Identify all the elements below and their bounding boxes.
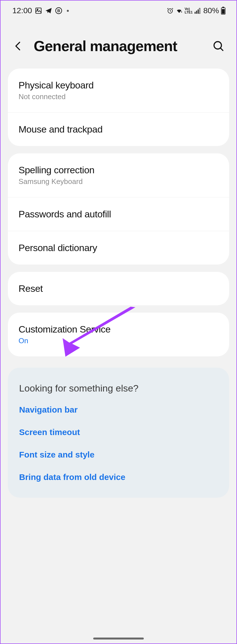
svg-text:B: B [57, 8, 60, 13]
search-icon [213, 40, 224, 52]
more-dot-icon [67, 10, 69, 12]
item-subtitle: Not connected [19, 92, 218, 101]
alarm-icon [167, 7, 174, 14]
svg-rect-10 [222, 7, 224, 8]
item-subtitle: On [19, 336, 218, 345]
suggestions-card: Looking for something else? Navigation b… [8, 368, 229, 498]
signal-icon [194, 8, 202, 14]
setting-reset[interactable]: Reset [8, 272, 229, 305]
item-title: Spelling correction [19, 165, 218, 176]
back-button[interactable] [12, 40, 24, 52]
settings-group: Reset [8, 272, 229, 305]
settings-content: Physical keyboard Not connected Mouse an… [1, 69, 236, 498]
status-time: 12:00 [12, 6, 32, 15]
suggestion-font-size-style[interactable]: Font size and style [19, 450, 218, 459]
page-header: General management [1, 21, 236, 69]
setting-customization-service[interactable]: Customization Service On [8, 313, 229, 356]
svg-rect-11 [222, 9, 225, 14]
svg-rect-7 [198, 10, 199, 14]
settings-group: Customization Service On [8, 313, 229, 356]
battery-percent: 80% [203, 6, 219, 15]
item-title: Customization Service [19, 324, 218, 335]
circle-b-icon: B [55, 7, 62, 14]
svg-line-13 [220, 48, 223, 51]
home-indicator[interactable] [93, 638, 144, 640]
status-left: 12:00 B [12, 6, 69, 15]
suggestions-title: Looking for something else? [19, 383, 218, 394]
item-title: Mouse and trackpad [19, 124, 218, 135]
setting-spelling-correction[interactable]: Spelling correction Samsung Keyboard [8, 153, 229, 197]
svg-rect-5 [195, 12, 195, 14]
item-title: Personal dictionary [19, 242, 218, 253]
telegram-icon [45, 7, 52, 14]
setting-passwords-autofill[interactable]: Passwords and autofill [8, 197, 229, 231]
page-title: General management [34, 38, 202, 54]
svg-rect-6 [196, 11, 197, 14]
setting-personal-dictionary[interactable]: Personal dictionary [8, 231, 229, 265]
volte-icon: Vo)LTE1 [185, 7, 193, 14]
chevron-left-icon [13, 40, 23, 52]
item-subtitle: Samsung Keyboard [19, 177, 218, 186]
svg-rect-8 [199, 8, 200, 14]
status-right: Vo)LTE1 80% [167, 6, 226, 15]
item-title: Reset [19, 283, 218, 294]
suggestion-navigation-bar[interactable]: Navigation bar [19, 405, 218, 415]
search-button[interactable] [212, 39, 225, 53]
battery-icon [221, 7, 226, 15]
status-bar: 12:00 B Vo)LTE1 80% [1, 1, 236, 21]
settings-group: Physical keyboard Not connected Mouse an… [8, 69, 229, 146]
setting-mouse-trackpad[interactable]: Mouse and trackpad [8, 113, 229, 146]
item-title: Passwords and autofill [19, 209, 218, 220]
wifi-icon [175, 7, 183, 14]
suggestion-bring-data[interactable]: Bring data from old device [19, 472, 218, 482]
gallery-icon [35, 7, 42, 14]
setting-physical-keyboard[interactable]: Physical keyboard Not connected [8, 69, 229, 113]
settings-group: Spelling correction Samsung Keyboard Pas… [8, 153, 229, 265]
suggestion-screen-timeout[interactable]: Screen timeout [19, 427, 218, 437]
svg-point-1 [37, 9, 38, 10]
item-title: Physical keyboard [19, 80, 218, 91]
